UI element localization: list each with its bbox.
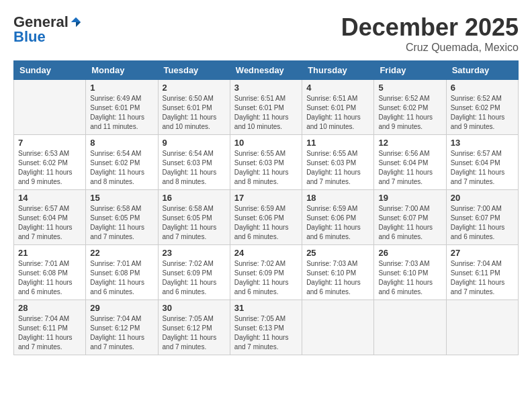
calendar-day-cell: 8Sunrise: 6:54 AM Sunset: 6:02 PM Daylig…	[86, 135, 158, 190]
day-number: 18	[306, 193, 369, 203]
day-number: 9	[163, 138, 226, 148]
calendar-day-cell: 13Sunrise: 6:57 AM Sunset: 6:04 PM Dayli…	[446, 135, 518, 190]
day-number: 16	[163, 193, 226, 203]
day-info: Sunrise: 6:59 AM Sunset: 6:06 PM Dayligh…	[234, 204, 298, 242]
day-info: Sunrise: 7:02 AM Sunset: 6:09 PM Dayligh…	[234, 259, 298, 297]
day-info: Sunrise: 7:01 AM Sunset: 6:08 PM Dayligh…	[18, 259, 81, 297]
day-info: Sunrise: 6:55 AM Sunset: 6:03 PM Dayligh…	[234, 149, 298, 187]
day-info: Sunrise: 6:57 AM Sunset: 6:04 PM Dayligh…	[451, 149, 514, 187]
calendar-week-row: 7Sunrise: 6:53 AM Sunset: 6:02 PM Daylig…	[14, 135, 519, 190]
day-info: Sunrise: 6:50 AM Sunset: 6:01 PM Dayligh…	[163, 94, 226, 132]
day-info: Sunrise: 7:05 AM Sunset: 6:13 PM Dayligh…	[234, 314, 298, 352]
calendar-day-cell: 11Sunrise: 6:55 AM Sunset: 6:03 PM Dayli…	[302, 135, 374, 190]
calendar-day-cell: 3Sunrise: 6:51 AM Sunset: 6:01 PM Daylig…	[230, 80, 302, 135]
calendar-day-cell: 4Sunrise: 6:51 AM Sunset: 6:01 PM Daylig…	[302, 80, 374, 135]
day-info: Sunrise: 6:57 AM Sunset: 6:04 PM Dayligh…	[18, 204, 81, 242]
calendar-day-cell: 31Sunrise: 7:05 AM Sunset: 6:13 PM Dayli…	[230, 300, 302, 355]
day-number: 10	[234, 138, 298, 148]
day-info: Sunrise: 6:51 AM Sunset: 6:01 PM Dayligh…	[234, 94, 298, 132]
day-info: Sunrise: 6:54 AM Sunset: 6:02 PM Dayligh…	[90, 149, 153, 187]
calendar-day-cell: 24Sunrise: 7:02 AM Sunset: 6:09 PM Dayli…	[230, 245, 302, 300]
calendar-body: 1Sunrise: 6:49 AM Sunset: 6:01 PM Daylig…	[14, 80, 519, 355]
day-number: 1	[90, 83, 153, 93]
day-info: Sunrise: 7:00 AM Sunset: 6:07 PM Dayligh…	[451, 204, 514, 242]
day-info: Sunrise: 6:52 AM Sunset: 6:02 PM Dayligh…	[451, 94, 514, 132]
calendar-day-cell: 21Sunrise: 7:01 AM Sunset: 6:08 PM Dayli…	[14, 245, 86, 300]
day-info: Sunrise: 6:59 AM Sunset: 6:06 PM Dayligh…	[306, 204, 369, 242]
logo-blue-text: Blue	[13, 28, 46, 46]
day-number: 17	[234, 193, 298, 203]
calendar-day-cell: 10Sunrise: 6:55 AM Sunset: 6:03 PM Dayli…	[230, 135, 302, 190]
month-title: December 2025	[341, 13, 519, 42]
day-info: Sunrise: 7:04 AM Sunset: 6:12 PM Dayligh…	[90, 314, 153, 352]
calendar-week-row: 14Sunrise: 6:57 AM Sunset: 6:04 PM Dayli…	[14, 190, 519, 245]
day-info: Sunrise: 6:56 AM Sunset: 6:04 PM Dayligh…	[378, 149, 441, 187]
calendar-day-cell: 5Sunrise: 6:52 AM Sunset: 6:02 PM Daylig…	[374, 80, 446, 135]
day-info: Sunrise: 7:03 AM Sunset: 6:10 PM Dayligh…	[378, 259, 441, 297]
calendar-day-cell: 23Sunrise: 7:02 AM Sunset: 6:09 PM Dayli…	[158, 245, 230, 300]
day-info: Sunrise: 6:58 AM Sunset: 6:05 PM Dayligh…	[163, 204, 226, 242]
day-number: 28	[18, 303, 81, 313]
day-number: 4	[306, 83, 369, 93]
calendar-week-row: 28Sunrise: 7:04 AM Sunset: 6:11 PM Dayli…	[14, 300, 519, 355]
calendar-table: SundayMondayTuesdayWednesdayThursdayFrid…	[13, 60, 519, 355]
day-info: Sunrise: 7:03 AM Sunset: 6:10 PM Dayligh…	[306, 259, 369, 297]
day-number: 26	[378, 248, 441, 258]
svg-marker-0	[71, 17, 81, 22]
day-number: 8	[90, 138, 153, 148]
day-number: 31	[234, 303, 298, 313]
calendar-header-row: SundayMondayTuesdayWednesdayThursdayFrid…	[14, 61, 519, 80]
day-number: 27	[451, 248, 514, 258]
day-info: Sunrise: 6:52 AM Sunset: 6:02 PM Dayligh…	[378, 94, 441, 132]
calendar-day-cell: 29Sunrise: 7:04 AM Sunset: 6:12 PM Dayli…	[86, 300, 158, 355]
day-info: Sunrise: 6:49 AM Sunset: 6:01 PM Dayligh…	[90, 94, 153, 132]
calendar-day-cell: 22Sunrise: 7:01 AM Sunset: 6:08 PM Dayli…	[86, 245, 158, 300]
calendar-header-cell: Monday	[86, 61, 158, 80]
calendar-day-cell	[14, 80, 86, 135]
day-number: 5	[378, 83, 441, 93]
calendar-day-cell	[374, 300, 446, 355]
calendar-day-cell: 25Sunrise: 7:03 AM Sunset: 6:10 PM Dayli…	[302, 245, 374, 300]
day-info: Sunrise: 7:04 AM Sunset: 6:11 PM Dayligh…	[18, 314, 81, 352]
calendar-day-cell: 18Sunrise: 6:59 AM Sunset: 6:06 PM Dayli…	[302, 190, 374, 245]
day-number: 19	[378, 193, 441, 203]
day-info: Sunrise: 7:04 AM Sunset: 6:11 PM Dayligh…	[451, 259, 514, 297]
calendar-day-cell: 14Sunrise: 6:57 AM Sunset: 6:04 PM Dayli…	[14, 190, 86, 245]
calendar-day-cell: 1Sunrise: 6:49 AM Sunset: 6:01 PM Daylig…	[86, 80, 158, 135]
day-info: Sunrise: 6:53 AM Sunset: 6:02 PM Dayligh…	[18, 149, 81, 187]
calendar-week-row: 1Sunrise: 6:49 AM Sunset: 6:01 PM Daylig…	[14, 80, 519, 135]
day-number: 2	[163, 83, 226, 93]
svg-marker-1	[76, 22, 81, 27]
calendar-day-cell: 7Sunrise: 6:53 AM Sunset: 6:02 PM Daylig…	[14, 135, 86, 190]
day-number: 25	[306, 248, 369, 258]
day-number: 13	[451, 138, 514, 148]
calendar-day-cell: 19Sunrise: 7:00 AM Sunset: 6:07 PM Dayli…	[374, 190, 446, 245]
calendar-day-cell: 27Sunrise: 7:04 AM Sunset: 6:11 PM Dayli…	[446, 245, 518, 300]
day-info: Sunrise: 7:01 AM Sunset: 6:08 PM Dayligh…	[90, 259, 153, 297]
calendar-header-cell: Wednesday	[230, 61, 302, 80]
day-info: Sunrise: 6:55 AM Sunset: 6:03 PM Dayligh…	[306, 149, 369, 187]
day-info: Sunrise: 6:51 AM Sunset: 6:01 PM Dayligh…	[306, 94, 369, 132]
calendar-header-cell: Sunday	[14, 61, 86, 80]
day-number: 12	[378, 138, 441, 148]
logo-icon	[70, 16, 82, 28]
day-info: Sunrise: 7:00 AM Sunset: 6:07 PM Dayligh…	[378, 204, 441, 242]
calendar-day-cell: 9Sunrise: 6:54 AM Sunset: 6:03 PM Daylig…	[158, 135, 230, 190]
calendar-header-cell: Thursday	[302, 61, 374, 80]
day-number: 29	[90, 303, 153, 313]
calendar-day-cell: 26Sunrise: 7:03 AM Sunset: 6:10 PM Dayli…	[374, 245, 446, 300]
calendar-header-cell: Friday	[374, 61, 446, 80]
page-header: General Blue December 2025 Cruz Quemada,…	[13, 13, 519, 54]
day-number: 30	[163, 303, 226, 313]
calendar-day-cell: 20Sunrise: 7:00 AM Sunset: 6:07 PM Dayli…	[446, 190, 518, 245]
title-section: December 2025 Cruz Quemada, Mexico	[341, 13, 519, 54]
day-info: Sunrise: 6:54 AM Sunset: 6:03 PM Dayligh…	[163, 149, 226, 187]
calendar-header-cell: Tuesday	[158, 61, 230, 80]
calendar-day-cell	[302, 300, 374, 355]
location: Cruz Quemada, Mexico	[341, 42, 519, 54]
day-number: 14	[18, 193, 81, 203]
day-number: 15	[90, 193, 153, 203]
day-number: 23	[163, 248, 226, 258]
calendar-day-cell: 12Sunrise: 6:56 AM Sunset: 6:04 PM Dayli…	[374, 135, 446, 190]
logo: General Blue	[13, 13, 82, 46]
